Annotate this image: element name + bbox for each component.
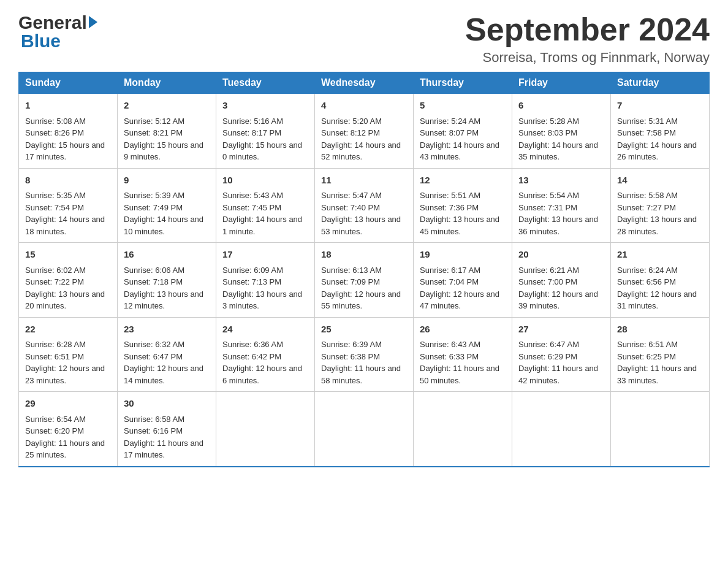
sunrise-text: Sunrise: 6:32 AM xyxy=(124,340,184,349)
sunset-text: Sunset: 6:51 PM xyxy=(25,352,84,361)
day-number: 9 xyxy=(124,174,210,188)
calendar-cell: 9Sunrise: 5:39 AMSunset: 7:49 PMDaylight… xyxy=(118,168,216,243)
daylight-text: Daylight: 14 hours and 1 minute. xyxy=(222,215,302,236)
calendar-cell: 4Sunrise: 5:20 AMSunset: 8:12 PMDaylight… xyxy=(315,94,414,169)
day-number: 28 xyxy=(617,323,703,337)
daylight-text: Daylight: 12 hours and 39 minutes. xyxy=(518,289,598,311)
sunset-text: Sunset: 6:42 PM xyxy=(222,352,281,361)
sunset-text: Sunset: 7:58 PM xyxy=(617,128,676,137)
sunrise-text: Sunrise: 6:21 AM xyxy=(518,266,579,275)
daylight-text: Daylight: 14 hours and 35 minutes. xyxy=(518,140,598,162)
calendar-cell xyxy=(512,392,611,467)
calendar-header-row: SundayMondayTuesdayWednesdayThursdayFrid… xyxy=(19,72,710,94)
day-number: 27 xyxy=(518,323,604,337)
sunrise-text: Sunrise: 5:47 AM xyxy=(321,191,382,200)
sunset-text: Sunset: 6:29 PM xyxy=(518,352,577,361)
sunrise-text: Sunrise: 6:13 AM xyxy=(321,266,382,275)
sunset-text: Sunset: 6:56 PM xyxy=(617,277,676,286)
sunset-text: Sunset: 6:33 PM xyxy=(420,352,479,361)
day-number: 6 xyxy=(518,99,604,113)
calendar-cell: 1Sunrise: 5:08 AMSunset: 8:26 PMDaylight… xyxy=(19,94,118,169)
day-number: 13 xyxy=(518,174,604,188)
calendar-week-row: 22Sunrise: 6:28 AMSunset: 6:51 PMDayligh… xyxy=(19,317,710,392)
daylight-text: Daylight: 12 hours and 55 minutes. xyxy=(321,289,401,311)
day-number: 12 xyxy=(420,174,506,188)
calendar-cell: 11Sunrise: 5:47 AMSunset: 7:40 PMDayligh… xyxy=(315,168,414,243)
logo: General Blue xyxy=(18,12,97,52)
calendar-header-thursday: Thursday xyxy=(414,72,512,94)
calendar-cell: 26Sunrise: 6:43 AMSunset: 6:33 PMDayligh… xyxy=(414,317,512,392)
daylight-text: Daylight: 14 hours and 43 minutes. xyxy=(420,140,499,162)
day-number: 1 xyxy=(25,99,111,113)
title-block: September 2024 Sorreisa, Troms og Finnma… xyxy=(465,12,710,66)
logo-blue-text: Blue xyxy=(21,31,61,52)
calendar-header-friday: Friday xyxy=(512,72,611,94)
sunset-text: Sunset: 6:25 PM xyxy=(617,352,676,361)
sunset-text: Sunset: 8:07 PM xyxy=(420,128,479,137)
sunset-text: Sunset: 8:12 PM xyxy=(321,128,380,137)
daylight-text: Daylight: 11 hours and 33 minutes. xyxy=(617,364,697,385)
daylight-text: Daylight: 12 hours and 47 minutes. xyxy=(420,289,499,311)
calendar-cell: 5Sunrise: 5:24 AMSunset: 8:07 PMDaylight… xyxy=(414,94,512,169)
day-number: 17 xyxy=(222,248,308,262)
calendar-cell: 21Sunrise: 6:24 AMSunset: 6:56 PMDayligh… xyxy=(611,243,710,318)
sunrise-text: Sunrise: 6:36 AM xyxy=(222,340,283,349)
sunset-text: Sunset: 7:31 PM xyxy=(518,203,577,212)
daylight-text: Daylight: 14 hours and 52 minutes. xyxy=(321,140,401,162)
calendar-cell: 25Sunrise: 6:39 AMSunset: 6:38 PMDayligh… xyxy=(315,317,414,392)
day-number: 15 xyxy=(25,248,111,262)
daylight-text: Daylight: 13 hours and 20 minutes. xyxy=(25,289,105,311)
day-number: 18 xyxy=(321,248,407,262)
calendar-cell: 18Sunrise: 6:13 AMSunset: 7:09 PMDayligh… xyxy=(315,243,414,318)
daylight-text: Daylight: 15 hours and 9 minutes. xyxy=(124,140,203,162)
sunset-text: Sunset: 8:26 PM xyxy=(25,128,84,137)
sunrise-text: Sunrise: 5:31 AM xyxy=(617,117,678,126)
sunrise-text: Sunrise: 5:39 AM xyxy=(124,191,184,200)
sunrise-text: Sunrise: 6:17 AM xyxy=(420,266,480,275)
daylight-text: Daylight: 11 hours and 25 minutes. xyxy=(25,439,105,460)
calendar-cell: 8Sunrise: 5:35 AMSunset: 7:54 PMDaylight… xyxy=(19,168,118,243)
calendar-cell xyxy=(216,392,315,467)
calendar-header-saturday: Saturday xyxy=(611,72,710,94)
day-number: 7 xyxy=(617,99,703,113)
sunset-text: Sunset: 6:47 PM xyxy=(124,352,183,361)
daylight-text: Daylight: 13 hours and 12 minutes. xyxy=(124,289,203,311)
sunset-text: Sunset: 7:54 PM xyxy=(25,203,84,212)
calendar-header-sunday: Sunday xyxy=(19,72,118,94)
calendar-cell: 19Sunrise: 6:17 AMSunset: 7:04 PMDayligh… xyxy=(414,243,512,318)
daylight-text: Daylight: 13 hours and 45 minutes. xyxy=(420,215,499,236)
calendar-cell: 13Sunrise: 5:54 AMSunset: 7:31 PMDayligh… xyxy=(512,168,611,243)
day-number: 2 xyxy=(124,99,210,113)
day-number: 26 xyxy=(420,323,506,337)
sunrise-text: Sunrise: 5:12 AM xyxy=(124,117,184,126)
sunset-text: Sunset: 7:00 PM xyxy=(518,277,577,286)
daylight-text: Daylight: 11 hours and 17 minutes. xyxy=(124,439,203,460)
sunset-text: Sunset: 7:18 PM xyxy=(124,277,183,286)
sunrise-text: Sunrise: 5:28 AM xyxy=(518,117,579,126)
daylight-text: Daylight: 15 hours and 17 minutes. xyxy=(25,140,105,162)
sunset-text: Sunset: 7:04 PM xyxy=(420,277,479,286)
day-number: 22 xyxy=(25,323,111,337)
calendar-cell xyxy=(315,392,414,467)
sunrise-text: Sunrise: 6:39 AM xyxy=(321,340,382,349)
daylight-text: Daylight: 14 hours and 26 minutes. xyxy=(617,140,697,162)
calendar-cell: 30Sunrise: 6:58 AMSunset: 6:16 PMDayligh… xyxy=(118,392,216,467)
sunset-text: Sunset: 8:21 PM xyxy=(124,128,183,137)
calendar-cell: 7Sunrise: 5:31 AMSunset: 7:58 PMDaylight… xyxy=(611,94,710,169)
sunset-text: Sunset: 7:49 PM xyxy=(124,203,183,212)
calendar-cell: 16Sunrise: 6:06 AMSunset: 7:18 PMDayligh… xyxy=(118,243,216,318)
day-number: 11 xyxy=(321,174,407,188)
calendar-cell xyxy=(414,392,512,467)
sunset-text: Sunset: 6:38 PM xyxy=(321,352,380,361)
sunset-text: Sunset: 6:16 PM xyxy=(124,426,183,435)
sunset-text: Sunset: 7:40 PM xyxy=(321,203,380,212)
daylight-text: Daylight: 12 hours and 31 minutes. xyxy=(617,289,697,311)
sunset-text: Sunset: 7:45 PM xyxy=(222,203,281,212)
day-number: 8 xyxy=(25,174,111,188)
calendar-cell: 28Sunrise: 6:51 AMSunset: 6:25 PMDayligh… xyxy=(611,317,710,392)
sunrise-text: Sunrise: 5:16 AM xyxy=(222,117,283,126)
calendar-header-wednesday: Wednesday xyxy=(315,72,414,94)
calendar-cell: 23Sunrise: 6:32 AMSunset: 6:47 PMDayligh… xyxy=(118,317,216,392)
calendar-week-row: 1Sunrise: 5:08 AMSunset: 8:26 PMDaylight… xyxy=(19,94,710,169)
calendar-week-row: 15Sunrise: 6:02 AMSunset: 7:22 PMDayligh… xyxy=(19,243,710,318)
